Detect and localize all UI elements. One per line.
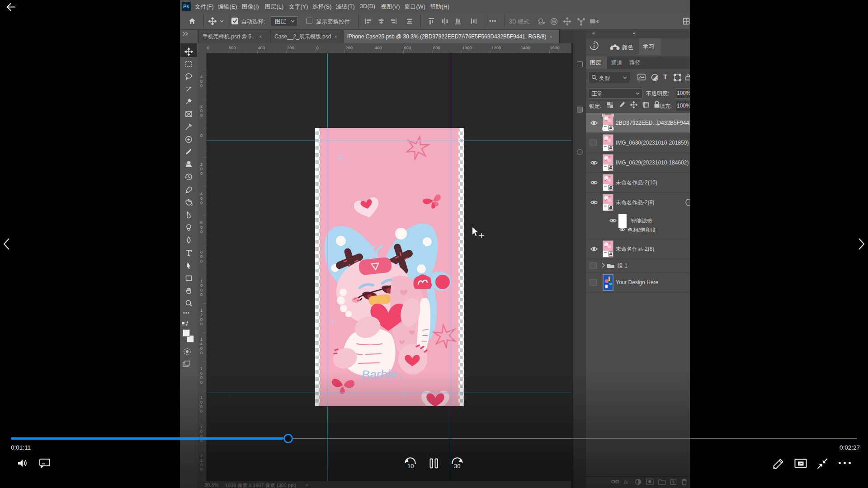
svg-text:Your Design Here: Your Design Here <box>616 279 659 286</box>
svg-text:未命名作品-2(9): 未命名作品-2(9) <box>616 199 654 206</box>
svg-text:30: 30 <box>454 463 460 469</box>
svg-text:未命名作品-2(8): 未命名作品-2(8) <box>616 246 654 252</box>
svg-text:10: 10 <box>407 463 414 469</box>
svg-text:IMG_0630(20231010-201859): IMG_0630(20231010-201859) <box>616 140 689 146</box>
svg-text:Barbie: Barbie <box>361 367 397 382</box>
svg-text:=: = <box>398 373 402 380</box>
svg-text:组 1: 组 1 <box>617 263 627 269</box>
svg-text:未命名作品-2(10): 未命名作品-2(10) <box>616 179 657 186</box>
svg-text:IMG_0629(20231010-184602): IMG_0629(20231010-184602) <box>616 160 689 166</box>
svg-text:2BD37922EED...D432B5F9441: 2BD37922EED...D432B5F9441 <box>616 120 690 126</box>
svg-text:智能滤镜: 智能滤镜 <box>631 218 652 224</box>
svg-text:色相/饱和度: 色相/饱和度 <box>627 227 656 233</box>
